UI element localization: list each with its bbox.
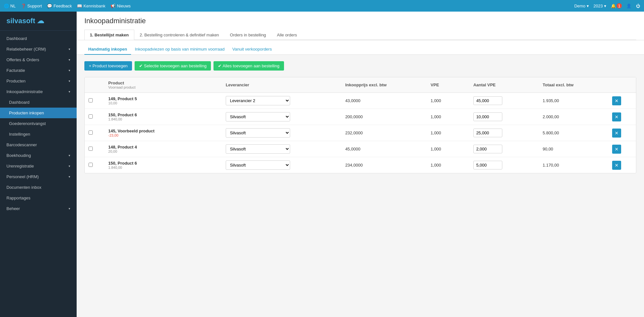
- row-checkbox[interactable]: [89, 130, 93, 135]
- tab-adviezen[interactable]: Inkoopadviezen op basis van minimum voor…: [131, 44, 229, 55]
- tab-handmatig[interactable]: Handmatig inkopen: [84, 44, 131, 55]
- sidebar-item-boekhouding[interactable]: Boekhouding ▾: [0, 150, 77, 161]
- product-name: 148, Product 4: [108, 145, 218, 149]
- row-vpe-cell: 1,000: [427, 125, 469, 141]
- table-row: 149, Product 5 10,00 Leverancier 2Silvas…: [85, 93, 636, 109]
- sidebar-item-producten[interactable]: Producten ▾: [0, 76, 77, 86]
- supplier-select[interactable]: Leverancier 2Silvasoft: [226, 160, 290, 170]
- aantal-input[interactable]: [473, 161, 502, 169]
- sidebar-item-goederenontvangst[interactable]: Goederenontvangst: [0, 118, 77, 129]
- aantal-input[interactable]: [473, 145, 502, 153]
- row-price-cell: 200,0000: [341, 109, 427, 125]
- sidebar-item-beheer[interactable]: Beheer ▾: [0, 203, 77, 214]
- product-stock: 1.840,00: [108, 117, 218, 121]
- product-name: 150, Product 6: [108, 112, 218, 117]
- aantal-input[interactable]: [473, 129, 502, 137]
- tab-orders-in-bestelling[interactable]: Orders in bestelling: [224, 30, 271, 40]
- sidebar-item-urenregistratie[interactable]: Urenregistratie ▾: [0, 161, 77, 171]
- col-header-total: Totaal excl. btw: [539, 77, 608, 93]
- support-link[interactable]: ❓ Support: [21, 4, 42, 8]
- row-checkbox-cell: [85, 141, 104, 157]
- sidebar-item-barcodescanner[interactable]: Barcodescanner: [0, 139, 77, 150]
- row-checkbox-cell: [85, 109, 104, 125]
- delete-row-button[interactable]: ✕: [612, 112, 621, 121]
- add-product-button[interactable]: + Product toevoegen: [84, 61, 132, 71]
- arrow-icon: ▾: [69, 154, 70, 157]
- kennisbank-link[interactable]: 📖 Kennisbank: [77, 4, 105, 8]
- row-checkbox[interactable]: [89, 114, 93, 119]
- delete-row-button[interactable]: ✕: [612, 129, 621, 138]
- product-stock: 20,00: [108, 149, 218, 153]
- row-checkbox[interactable]: [89, 98, 93, 102]
- row-vpe-cell: 1,000: [427, 157, 469, 173]
- aantal-input[interactable]: [473, 112, 502, 121]
- product-stock: -23,00: [108, 133, 218, 137]
- row-vpe-cell: 1,000: [427, 109, 469, 125]
- lang-selector[interactable]: 🌐 NL: [4, 4, 16, 8]
- row-action-cell: ✕: [608, 157, 636, 173]
- logout-icon[interactable]: ⏻: [636, 4, 640, 8]
- table-row: 150, Product 6 1.840,00 Leverancier 2Sil…: [85, 109, 636, 125]
- row-action-cell: ✕: [608, 93, 636, 109]
- notification-bell[interactable]: 🔔 1: [611, 3, 622, 8]
- row-product-cell: 150, Product 6 1.840,00: [104, 157, 222, 173]
- products-table-container: Product Voorraad product Leverancier Ink…: [84, 77, 636, 173]
- sidebar-item-relatiebeheer[interactable]: Relatiebeheer (CRM) ▾: [0, 44, 77, 54]
- row-product-cell: 145, Voorbeeld product -23,00: [104, 125, 222, 141]
- main-content: Inkoopadministratie 1. Bestellijst maken…: [77, 12, 644, 317]
- tab-alle-orders[interactable]: Alle orders: [271, 30, 302, 40]
- sidebar-item-personeel[interactable]: Personeel (HRM) ▾: [0, 171, 77, 182]
- product-stock: 1.840,00: [108, 166, 218, 169]
- sidebar-menu: Dashboard Relatiebeheer (CRM) ▾ Offertes…: [0, 31, 77, 216]
- year-selector[interactable]: 2023 ▾: [593, 4, 606, 8]
- row-price-cell: 43,0000: [341, 93, 427, 109]
- aantal-input[interactable]: [473, 96, 502, 105]
- page-title: Inkoopadministratie: [84, 17, 636, 25]
- delete-row-button[interactable]: ✕: [612, 145, 621, 154]
- tab-bestellijst[interactable]: 1. Bestellijst maken: [84, 30, 134, 40]
- primary-tabs: 1. Bestellijst maken 2. Bestelling contr…: [84, 30, 636, 40]
- sidebar-item-dashboard[interactable]: Dashboard: [0, 33, 77, 44]
- sidebar-item-rapportages[interactable]: Rapportages: [0, 193, 77, 203]
- page-header: Inkoopadministratie 1. Bestellijst maken…: [77, 12, 644, 40]
- sidebar-logo: silvasoft ☁: [0, 12, 77, 31]
- sidebar-item-producten-inkopen[interactable]: Producten inkopen: [0, 108, 77, 118]
- supplier-select[interactable]: Leverancier 2Silvasoft: [226, 144, 290, 154]
- tab-bestelling-controleren[interactable]: 2. Bestelling controleren & definitief m…: [134, 30, 224, 40]
- col-header-product: Product Voorraad product: [104, 77, 222, 93]
- nieuws-link[interactable]: 📢 Nieuws: [110, 4, 131, 8]
- row-checkbox[interactable]: [89, 163, 93, 167]
- supplier-select[interactable]: Leverancier 2Silvasoft: [226, 128, 290, 138]
- tab-verkoop[interactable]: Vanuit verkooporders: [229, 44, 276, 55]
- row-total-cell: 1.935,00: [539, 93, 608, 109]
- row-product-cell: 149, Product 5 10,00: [104, 93, 222, 109]
- col-header-vpe: VPE: [427, 77, 469, 93]
- sidebar-item-instellingen[interactable]: Instellingen: [0, 129, 77, 139]
- feedback-link[interactable]: 💬 Feedback: [47, 4, 72, 8]
- supplier-select[interactable]: Leverancier 2Silvasoft: [226, 96, 290, 105]
- row-supplier-cell: Leverancier 2Silvasoft: [222, 141, 341, 157]
- sidebar-item-inkoopadmin[interactable]: Inkoopadministratie ▾: [0, 86, 77, 97]
- arrow-icon: ▾: [69, 207, 70, 210]
- row-total-cell: 1.170,00: [539, 157, 608, 173]
- delete-row-button[interactable]: ✕: [612, 161, 621, 170]
- sidebar-item-dashboard-sub[interactable]: Dashboard: [0, 97, 77, 108]
- col-header-aantal: Aantal VPE: [469, 77, 539, 93]
- demo-selector[interactable]: Demo ▾: [574, 4, 589, 8]
- supplier-select[interactable]: Leverancier 2Silvasoft: [226, 112, 290, 121]
- sidebar-item-documenten[interactable]: Documenten inbox: [0, 182, 77, 193]
- arrow-icon: ▾: [69, 58, 70, 62]
- user-profile-icon[interactable]: 👤: [626, 4, 631, 8]
- row-total-cell: 2.000,00: [539, 109, 608, 125]
- row-action-cell: ✕: [608, 125, 636, 141]
- arrow-icon: ▾: [69, 69, 70, 72]
- sidebar-item-offertes[interactable]: Offertes & Orders ▾: [0, 54, 77, 65]
- sidebar-item-facturatie[interactable]: Facturatie ▾: [0, 65, 77, 76]
- row-price-cell: 45,0000: [341, 141, 427, 157]
- product-stock: 10,00: [108, 101, 218, 105]
- row-checkbox[interactable]: [89, 147, 93, 151]
- add-selection-button[interactable]: ✔ Selectie toevoegen aan bestelling: [135, 61, 211, 71]
- add-all-button[interactable]: ✔ Alles toevoegen aan bestelling: [213, 61, 284, 71]
- row-price-cell: 234,0000: [341, 157, 427, 173]
- delete-row-button[interactable]: ✕: [612, 96, 621, 105]
